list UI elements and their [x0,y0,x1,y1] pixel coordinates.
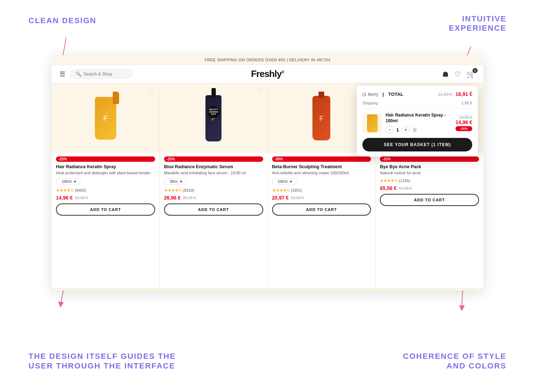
cart-total-label: TOTAL [388,92,403,97]
cart-item-image-inner [367,114,378,132]
qty-decrease-btn[interactable]: − [386,126,393,134]
award-badge: BEAUTYAWARDS2023 [207,106,220,118]
bottom-card-2: NEW ♡ [160,288,268,290]
navbar: ☰ 🔍 Freshly® ☗ ♡ 🛒 1 [52,65,483,83]
wishlist-icon[interactable]: ♡ [454,70,461,78]
trash-icon[interactable]: 🗑 [412,127,417,133]
see-basket-button[interactable]: SEE YOUR BASKET (1 ITEM) [362,138,472,151]
discount-badge-4: -20% [380,156,479,162]
cart-popup-close[interactable]: ✕ [469,89,473,95]
shipping-label: Shipping [362,101,378,105]
rating-row-4: ★★★★½ (1165) [380,178,479,183]
price-row-4: 65,56 € 81,95 € [380,185,479,191]
cart-item-new-price: 14,96 € [455,119,472,125]
bottom-card-1: ♡ [52,288,160,290]
reviews-3: (1951) [291,188,302,192]
bottom-card-3: ♡ [268,288,376,290]
cart-shipping-row: Shipping 1,95 € [362,101,472,109]
product-image-1 [95,97,116,140]
rating-row-2: ★★★★½ (8319) [164,188,263,193]
price-current-4: 65,56 € [380,185,397,191]
product-image-area-1: ♡ [52,83,159,153]
reviews-2: (8319) [183,188,194,192]
price-original-3: 29,95 € [291,196,304,200]
bottom-left-label: THE DESIGN ITSELF GUIDES THE USER THROUG… [29,352,176,371]
product-info-4: -20% Bye Bye Acne Pack Natural routine f… [376,153,483,288]
price-original-4: 81,95 € [399,186,412,190]
cart-item-price: 19,95 € 14,96 € -25% [455,115,472,131]
product-desc-3: Anti-cellulite and slimming cream 100/20… [272,170,371,175]
product-desc-1: Heat protectant and detangler with plant… [56,170,155,175]
price-row-2: 26,96 € 35,95 € [164,195,263,201]
product-name-1: Hair Radiance Keratin Spray [56,164,155,170]
brand-logo: Freshly® [251,68,284,79]
search-input[interactable] [83,72,126,77]
shipping-price: 1,95 € [461,101,472,105]
product-info-1: -25% Hair Radiance Keratin Spray Heat pr… [52,153,159,288]
price-current-1: 14,96 € [56,195,73,201]
cart-item: Hair Radiance Keratin Spray - 100ml − 1 … [362,113,472,134]
product-name-3: Beta-Burner Sculpting Treatment [272,164,371,170]
product-image-2 [205,95,221,141]
discount-badge-3: -30% [272,156,371,162]
add-to-cart-btn-4[interactable]: ADD TO CART [380,194,479,206]
cart-items-count: (1 item) [362,92,378,97]
price-row-3: 20,97 € 29,95 € [272,195,371,201]
product-desc-2: Mandelic acid exfoliating face serum - 1… [164,170,263,175]
rating-row-3: ★★★★½ (1951) [272,188,371,193]
hamburger-icon[interactable]: ☰ [60,70,65,78]
price-current-2: 26,96 € [164,195,181,201]
bottom-card-4: ♡ [376,288,483,290]
product-info-3: -30% Beta-Burner Sculpting Treatment Ant… [268,153,376,288]
product-card-1: ♡ -25% Hair Radiance Keratin Spray Heat … [52,83,160,288]
stars-2: ★★★★½ [164,188,182,193]
product-size-1[interactable]: 100ml ▼ [56,178,81,185]
price-row-1: 14,96 € 19,95 € [56,195,155,201]
qty-number: 1 [396,127,399,133]
top-banner: FREE SHIPPING ON ORDERS OVER €65 | DELIV… [52,55,483,65]
product-image-3 [312,96,330,140]
product-wishlist-2[interactable]: ♡ [258,87,263,95]
cart-item-quantity: − 1 + 🗑 [386,126,452,134]
product-name-4: Bye Bye Acne Pack [380,164,479,170]
cart-item-image [362,113,382,133]
qty-increase-btn[interactable]: + [402,126,409,134]
product-desc-4: Natural routine for acne [380,170,479,175]
user-icon[interactable]: ☗ [442,70,449,78]
stars-1: ★★★★½ [56,188,73,193]
add-to-cart-btn-1[interactable]: ADD TO CART [56,203,155,216]
product-image-2-wrapper: BEAUTYAWARDS2023 [205,95,221,141]
product-info-2: -25% Blue Radiance Enzymatic Serum Mande… [160,153,268,288]
cart-item-old-price: 19,95 € [455,115,472,119]
cart-popup: ✕ (1 item) | TOTAL 21,90 € 16,91 € Shipp… [357,86,478,156]
clean-design-label: CLEAN DESIGN [29,16,96,25]
product-size-2[interactable]: 30ml ▼ [164,178,187,185]
nav-icons: ☗ ♡ 🛒 1 [442,70,475,78]
discount-badge-1: -25% [56,156,155,162]
reviews-1: (8463) [75,188,86,192]
product-image-area-2: ♡ BEAUTYAWARDS2023 [160,83,268,153]
cart-item-discount-badge: -25% [455,126,472,131]
price-original-2: 35,95 € [183,196,196,200]
product-name-2: Blue Radiance Enzymatic Serum [164,164,263,170]
price-current-3: 20,97 € [272,195,289,201]
add-to-cart-btn-2[interactable]: ADD TO CART [164,203,263,216]
add-to-cart-btn-3[interactable]: ADD TO CART [272,203,371,216]
search-bar[interactable]: 🔍 [70,69,133,79]
reviews-4: (1165) [399,179,410,183]
search-icon: 🔍 [76,71,81,77]
cart-badge: 1 [473,68,478,73]
cart-icon[interactable]: 🛒 1 [467,70,475,78]
bottom-row: ♡ NEW ♡ ♡ ♡ [52,288,483,290]
browser-window: FREE SHIPPING ON ORDERS OVER €65 | DELIV… [52,55,483,290]
cart-item-name: Hair Radiance Keratin Spray - 100ml [386,113,452,124]
product-card-2: ♡ BEAUTYAWARDS2023 -25% Blue Radiance En… [160,83,268,288]
intuitive-experience-label: INTUITIVE EXPERIENCE [449,14,506,33]
product-size-3[interactable]: 100ml ▼ [272,178,297,185]
price-original-1: 19,95 € [75,196,88,200]
stars-4: ★★★★½ [380,178,397,183]
product-wishlist-1[interactable]: ♡ [149,87,155,95]
cart-popup-header: (1 item) | TOTAL 21,90 € 16,91 € [362,91,472,97]
rating-row-1: ★★★★½ (8463) [56,188,155,193]
bottom-right-label: COHERENCE OF STYLE AND COLORS [403,352,506,371]
